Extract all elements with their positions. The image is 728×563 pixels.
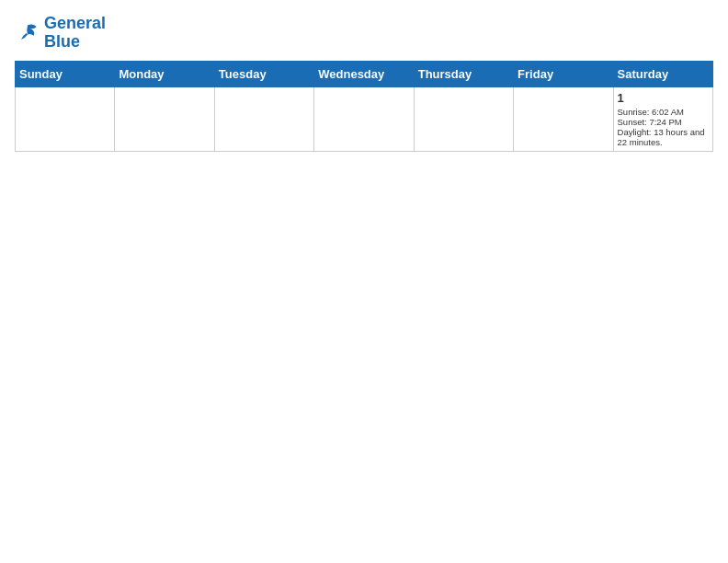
header-sunday: Sunday — [16, 61, 115, 86]
header-friday: Friday — [514, 61, 613, 86]
empty-cell — [115, 86, 214, 151]
calendar-cell-1: 1Sunrise: 6:02 AMSunset: 7:24 PMDaylight… — [613, 86, 712, 151]
header-monday: Monday — [115, 61, 214, 86]
empty-cell — [16, 86, 115, 151]
empty-cell — [514, 86, 613, 151]
header-wednesday: Wednesday — [314, 61, 414, 86]
empty-cell — [214, 86, 313, 151]
header-saturday: Saturday — [613, 61, 712, 86]
header-row: SundayMondayTuesdayWednesdayThursdayFrid… — [16, 61, 713, 86]
calendar-table: SundayMondayTuesdayWednesdayThursdayFrid… — [15, 61, 713, 152]
header-thursday: Thursday — [414, 61, 513, 86]
header-tuesday: Tuesday — [214, 61, 313, 86]
calendar-week-1: 1Sunrise: 6:02 AMSunset: 7:24 PMDaylight… — [16, 86, 713, 151]
logo: General Blue — [15, 15, 106, 52]
empty-cell — [414, 86, 513, 151]
empty-cell — [314, 86, 414, 151]
logo-text: General Blue — [44, 15, 106, 52]
logo-icon — [15, 20, 40, 46]
page-header: General Blue — [15, 15, 713, 52]
